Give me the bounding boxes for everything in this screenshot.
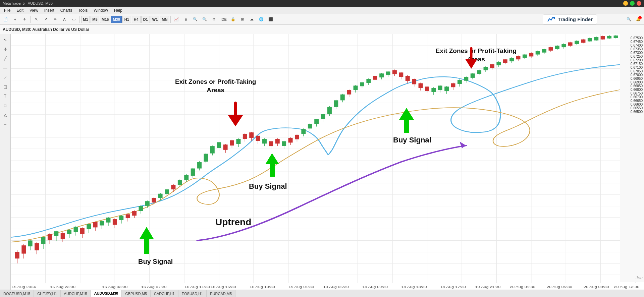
chart-type-button[interactable]: 🕯 [181,15,190,24]
arrow-button[interactable]: ↖ [32,15,41,24]
tf-m30[interactable]: M30 [111,16,121,23]
svg-rect-207 [555,46,559,49]
price-label-9: 0.67050 [622,69,643,73]
menu-insert[interactable]: Insert [42,7,57,13]
indicator-button[interactable]: 📈 [172,15,181,24]
svg-rect-133 [314,119,319,124]
svg-rect-189 [496,62,501,65]
settings-button[interactable]: ⚙ [210,15,218,24]
svg-rect-137 [327,107,332,114]
tf-mn[interactable]: MN [160,16,169,23]
svg-rect-213 [575,41,579,44]
svg-rect-87 [165,189,169,194]
zoom-out-button[interactable]: 🔍 [200,15,209,24]
tab-eosusd-h1[interactable]: EOSUSD,H1 [178,290,207,297]
hline-tool[interactable]: — [1,64,10,72]
svg-rect-201 [536,51,540,55]
grid-button[interactable]: ⊞ [238,15,247,24]
menu-view[interactable]: View [27,7,41,13]
cloud-button[interactable]: ☁ [248,15,256,24]
text-button[interactable]: A [60,15,69,24]
menu-edit[interactable]: Edit [14,7,26,13]
tf-m15[interactable]: M15 [100,16,110,23]
crosshair-button[interactable]: ✛ [20,15,29,24]
crosshair-tool[interactable]: ✛ [1,45,10,54]
svg-rect-179 [464,77,468,81]
svg-rect-115 [256,136,260,141]
open-button[interactable]: + [11,15,19,24]
price-label-4: 0.67300 [622,51,643,55]
tab-gbpusd-m5[interactable]: GBPUSD,M5 [122,290,151,297]
new-chart-button[interactable]: 📄 [1,15,10,24]
svg-rect-199 [529,53,533,57]
svg-rect-89 [171,185,175,189]
tab-chfjpy-h1[interactable]: CHFJPY,H1 [34,290,60,297]
svg-text:19 Aug 01:30: 19 Aug 01:30 [288,285,314,289]
notification-button[interactable]: 🔔1 [634,15,643,24]
arrow-tool[interactable]: → [1,120,10,129]
tf-m5[interactable]: M5 [91,16,99,23]
svg-rect-101 [210,146,215,153]
maximize-button[interactable] [630,1,635,6]
zoom-in-button[interactable]: 🔍 [191,15,200,24]
svg-rect-209 [561,44,566,47]
svg-rect-169 [431,88,436,92]
svg-rect-197 [523,55,527,58]
price-label-5: 0.67250 [622,55,643,58]
svg-rect-219 [594,37,598,41]
tf-h4[interactable]: H4 [132,16,141,23]
line-tool[interactable]: ╱ [1,54,10,63]
title-text: MetaTrader 5 - AUDUSD, M30 [3,1,53,5]
menu-window[interactable]: Window [91,7,111,13]
menu-tools[interactable]: Tools [75,7,90,13]
tab-eurcad-m5[interactable]: EURCAD,M5 [207,290,235,297]
svg-text:20 Aug 01:30: 20 Aug 01:30 [510,285,535,289]
left-tool-panel: ↖ ✛ ╱ — ⟋ ◫ T □ △ → [0,34,11,290]
svg-rect-105 [223,144,228,150]
line-button[interactable]: ↗ [41,15,50,24]
text-tool[interactable]: T [1,92,10,101]
close-button[interactable] [637,1,641,6]
svg-rect-171 [438,85,442,90]
svg-rect-57 [67,230,71,234]
tf-d1[interactable]: D1 [141,16,150,23]
pencil-button[interactable]: ✏ [51,15,59,24]
down-arrow-2 [463,47,480,72]
tf-h1[interactable]: H1 [122,16,131,23]
svg-rect-51 [48,234,52,240]
ide-button[interactable]: IDE [219,15,228,24]
triangle-tool[interactable]: △ [1,111,10,119]
price-label-12: 0.66900 [622,80,643,84]
price-label-2: 0.67400 [622,44,643,47]
search-top-button[interactable]: 🔍 [625,15,633,24]
cursor-tool[interactable]: ↖ [1,36,10,44]
svg-rect-165 [419,83,423,88]
svg-rect-145 [354,85,358,90]
rect-tool[interactable]: □ [1,101,10,110]
tab-audusd-m30[interactable]: AUDUSD,M30 [91,290,122,297]
svg-rect-41 [15,252,19,259]
menu-file[interactable]: File [1,7,13,13]
minimize-button[interactable] [623,1,628,6]
fib-tool[interactable]: ◫ [1,82,10,91]
svg-marker-256 [399,108,414,133]
stop-button[interactable]: ⬛ [266,15,275,24]
svg-rect-159 [399,72,403,77]
lock-button[interactable]: 🔒 [229,15,237,24]
price-label-17: 0.66650 [622,99,643,103]
menu-help[interactable]: Help [111,7,125,13]
svg-text:19 Aug 13:30: 19 Aug 13:30 [401,285,427,289]
shapes-button[interactable]: ▭ [69,15,78,24]
chart-area[interactable]: 15 Aug 2024 15 Aug 23:30 16 Aug 03:30 16… [11,34,644,290]
window-controls [623,1,641,6]
tf-m1[interactable]: M1 [81,16,90,23]
channel-tool[interactable]: ⟋ [1,73,10,82]
tab-cadchf-h1[interactable]: CADCHF,H1 [151,290,178,297]
tab-audchf-m15[interactable]: AUDCHF,M15 [61,290,91,297]
tf-w1[interactable]: W1 [151,16,160,23]
svg-text:16 Aug 15:30: 16 Aug 15:30 [211,285,236,289]
market-button[interactable]: 🌐 [257,15,266,24]
tab-dogeusd-m15[interactable]: DOGEUSD,M15 [0,290,34,297]
menu-bar-top: MetaTrader 5 - AUDUSD, M30 [3,1,53,5]
menu-charts[interactable]: Charts [58,7,75,13]
